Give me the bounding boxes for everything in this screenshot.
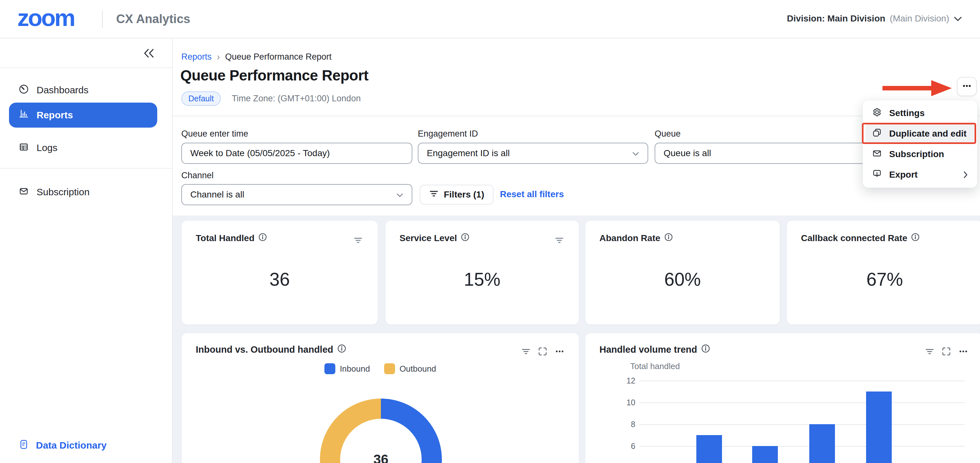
page-meta-row: Default Time Zone: (GMT+01:00) London (181, 91, 361, 106)
info-icon[interactable] (461, 233, 469, 244)
filter-icon[interactable] (925, 347, 934, 356)
bar[interactable] (752, 446, 778, 463)
channel-label: Channel (181, 171, 214, 181)
engagement-id-label: Engagement ID (418, 129, 478, 139)
sidebar-item-label: Logs (37, 143, 57, 153)
division-selector[interactable]: Division: Main Division (Main Division) (787, 13, 962, 24)
chevron-down-icon (396, 190, 403, 200)
division-label: Division: Main Division (787, 13, 885, 24)
document-icon (19, 439, 29, 452)
y-tick-label: 12 (605, 376, 635, 386)
timezone-label: Time Zone: (GMT+01:00) London (232, 94, 361, 103)
dashboard-gauge-icon (19, 84, 29, 97)
y-tick-label: 6 (605, 441, 635, 451)
sidebar-divider (0, 67, 172, 68)
default-badge: Default (181, 91, 221, 106)
breadcrumb-reports-link[interactable]: Reports (181, 52, 212, 62)
metric-value: 15% (385, 269, 579, 290)
expand-icon[interactable] (538, 347, 547, 356)
gear-icon (872, 107, 882, 120)
division-secondary-label: (Main Division) (890, 13, 949, 24)
menu-item-label: Duplicate and edit (889, 128, 967, 139)
bar[interactable] (809, 424, 835, 463)
menu-item-subscription[interactable]: Subscription (865, 144, 975, 165)
data-dictionary-label: Data Dictionary (36, 440, 107, 451)
breadcrumb-separator: › (217, 51, 220, 62)
chart-card-inbound-outbound: Inbound vs. Outbound handled Inbound Out… (181, 333, 579, 463)
sidebar-collapse-button[interactable] (140, 45, 158, 63)
metric-value: 60% (585, 269, 780, 290)
chevron-right-icon (963, 171, 968, 179)
chevron-down-icon (954, 13, 962, 24)
metric-title: Callback connected Rate (801, 233, 907, 243)
ellipsis-icon (961, 81, 973, 92)
gridline (639, 446, 965, 447)
reset-all-filters-link[interactable]: Reset all filters (500, 189, 564, 200)
ellipsis-icon[interactable] (958, 347, 969, 356)
legend-swatch-inbound (325, 363, 335, 374)
queue-enter-time-label: Queue enter time (181, 129, 248, 139)
sidebar-item-logs[interactable]: Logs (9, 137, 157, 159)
metric-title: Total Handled (196, 233, 255, 243)
sidebar-item-label: Dashboards (37, 85, 89, 95)
sidebar-divider (0, 168, 172, 169)
info-icon[interactable] (664, 233, 673, 244)
table-icon (19, 142, 29, 154)
menu-item-duplicate-and-edit[interactable]: Duplicate and edit (865, 124, 975, 144)
gridline (639, 381, 965, 381)
info-icon[interactable] (701, 344, 710, 355)
bar[interactable] (866, 392, 892, 463)
export-download-icon (872, 169, 882, 181)
engagement-id-select[interactable]: Engagement ID is all (418, 143, 648, 164)
legend-label: Inbound (340, 364, 370, 374)
metric-title: Abandon Rate (600, 233, 660, 243)
page-title: Queue Performance Report (180, 67, 368, 84)
ellipsis-icon[interactable] (555, 347, 565, 356)
queue-enter-time-input[interactable]: Week to Date (05/05/2025 - Today) (181, 143, 412, 164)
y-tick-label: 8 (605, 419, 635, 429)
filter-icon[interactable] (555, 235, 564, 246)
envelope-icon (872, 148, 882, 161)
queue-value: Queue is all (663, 148, 711, 159)
donut-center-value: 36 (320, 398, 442, 463)
metric-title: Service Level (399, 233, 457, 243)
section-divider (173, 116, 980, 116)
metric-value: 67% (787, 269, 980, 290)
chart-legend: Inbound Outbound (181, 363, 579, 374)
legend-item-inbound[interactable]: Inbound (325, 363, 370, 374)
filter-icon[interactable] (521, 347, 531, 356)
breadcrumb: Reports › Queue Performance Report (181, 51, 331, 62)
metric-card-total-handled: Total Handled 36 (181, 220, 378, 325)
filter-icon[interactable] (353, 235, 363, 246)
context-menu: Settings Duplicate and edit Subscription… (862, 100, 977, 188)
data-dictionary-link[interactable]: Data Dictionary (9, 435, 163, 455)
more-options-button[interactable] (957, 77, 977, 96)
menu-item-export[interactable]: Export (865, 165, 975, 185)
filters-button-label: Filters (1) (444, 190, 484, 200)
sidebar-item-dashboards[interactable]: Dashboards (9, 79, 157, 101)
info-icon[interactable] (258, 233, 267, 244)
sidebar-item-subscription[interactable]: Subscription (9, 181, 157, 203)
y-tick-label: 10 (605, 397, 635, 408)
sidebar-item-reports[interactable]: Reports (9, 103, 157, 128)
channel-value: Channel is all (190, 190, 244, 200)
donut-chart[interactable]: 36 (320, 398, 442, 463)
legend-item-outbound[interactable]: Outbound (384, 363, 436, 374)
channel-select[interactable]: Channel is all (181, 184, 412, 205)
info-icon[interactable] (337, 344, 346, 355)
sidebar-item-label: Subscription (37, 187, 89, 198)
menu-item-label: Export (889, 170, 918, 180)
chart-title: Handled volume trend (600, 344, 697, 355)
metric-card-abandon-rate: Abandon Rate 60% (585, 220, 780, 325)
cx-analytics-app: zoom CX Analytics Division: Main Divisio… (0, 0, 980, 463)
info-icon[interactable] (911, 233, 920, 244)
expand-icon[interactable] (942, 347, 951, 356)
filters-button[interactable]: Filters (1) (420, 185, 493, 205)
bar[interactable] (696, 435, 722, 463)
engagement-id-value: Engagement ID is all (427, 148, 509, 159)
double-chevron-left-icon (143, 48, 155, 60)
menu-item-settings[interactable]: Settings (865, 103, 975, 124)
annotation-arrow (883, 79, 953, 99)
metric-card-service-level: Service Level 15% (385, 220, 579, 325)
queue-select[interactable]: Queue is all (655, 143, 886, 164)
